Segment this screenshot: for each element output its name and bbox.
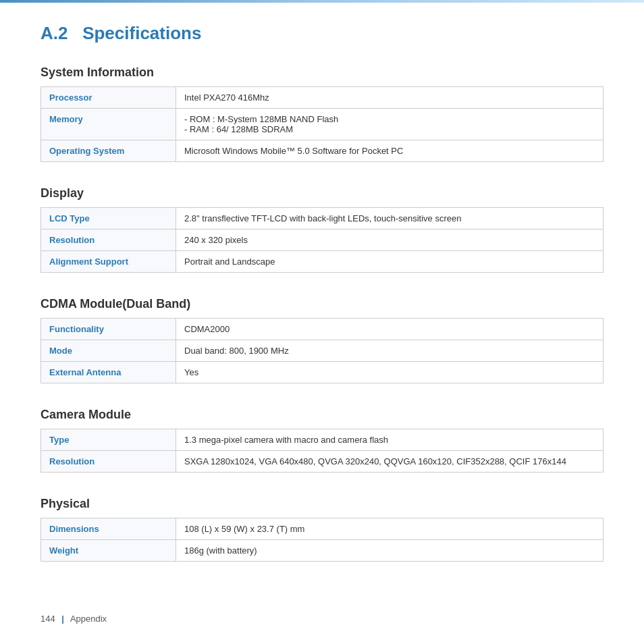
footer-label: Appendix	[70, 614, 107, 624]
row-label-memory: Memory	[41, 109, 176, 140]
row-label-lcd-type: LCD Type	[41, 208, 176, 230]
table-cdma: Functionality CDMA2000 Mode Dual band: 8…	[41, 318, 603, 383]
table-row: Processor Intel PXA270 416Mhz	[41, 87, 603, 109]
table-row: LCD Type 2.8" transflective TFT-LCD with…	[41, 208, 603, 230]
row-value-os: Microsoft Windows Mobile™ 5.0 Software f…	[176, 140, 603, 162]
title-text: Specifications	[82, 23, 201, 43]
footer-page-number: 144	[41, 614, 55, 624]
row-label-external-antenna: External Antenna	[41, 362, 176, 383]
table-camera: Type 1.3 mega-pixel camera with macro an…	[41, 429, 603, 473]
top-border	[0, 0, 644, 3]
page-content: A.2 Specifications System Information Pr…	[0, 3, 644, 626]
row-value-memory: - ROM : M-System 128MB NAND Flash- RAM :…	[176, 109, 603, 140]
table-row: Memory - ROM : M-System 128MB NAND Flash…	[41, 109, 603, 140]
table-row: Dimensions 108 (L) x 59 (W) x 23.7 (T) m…	[41, 518, 603, 540]
section-physical: Physical Dimensions 108 (L) x 59 (W) x 2…	[41, 497, 603, 562]
row-label-alignment-support: Alignment Support	[41, 251, 176, 273]
section-system-information: System Information Processor Intel PXA27…	[41, 65, 603, 162]
table-physical: Dimensions 108 (L) x 59 (W) x 23.7 (T) m…	[41, 518, 603, 562]
table-row: Functionality CDMA2000	[41, 319, 603, 340]
section-cdma-module: CDMA Module(Dual Band) Functionality CDM…	[41, 297, 603, 383]
table-row: Resolution 240 x 320 pixels	[41, 230, 603, 251]
table-display: LCD Type 2.8" transflective TFT-LCD with…	[41, 207, 603, 273]
footer: 144 | Appendix	[41, 614, 107, 624]
section-heading-physical: Physical	[41, 497, 603, 511]
row-label-dimensions: Dimensions	[41, 518, 176, 540]
row-value-processor: Intel PXA270 416Mhz	[176, 87, 603, 109]
row-label-functionality: Functionality	[41, 319, 176, 340]
row-value-alignment-support: Portrait and Landscape	[176, 251, 603, 273]
footer-divider: |	[61, 614, 64, 624]
row-label-weight: Weight	[41, 540, 176, 562]
section-camera-module: Camera Module Type 1.3 mega-pixel camera…	[41, 408, 603, 473]
page-title: A.2 Specifications	[41, 23, 603, 49]
section-heading-cdma: CDMA Module(Dual Band)	[41, 297, 603, 311]
row-value-resolution-display: 240 x 320 pixels	[176, 230, 603, 251]
row-value-weight: 186g (with battery)	[176, 540, 603, 562]
table-row: Mode Dual band: 800, 1900 MHz	[41, 340, 603, 362]
table-row: Type 1.3 mega-pixel camera with macro an…	[41, 429, 603, 451]
table-row: External Antenna Yes	[41, 362, 603, 383]
row-label-resolution-camera: Resolution	[41, 451, 176, 473]
row-value-camera-type: 1.3 mega-pixel camera with macro and cam…	[176, 429, 603, 451]
table-row: Weight 186g (with battery)	[41, 540, 603, 562]
table-system-information: Processor Intel PXA270 416Mhz Memory - R…	[41, 86, 603, 162]
row-label-resolution-display: Resolution	[41, 230, 176, 251]
row-label-mode: Mode	[41, 340, 176, 362]
table-row: Operating System Microsoft Windows Mobil…	[41, 140, 603, 162]
row-value-mode: Dual band: 800, 1900 MHz	[176, 340, 603, 362]
table-row: Resolution SXGA 1280x1024, VGA 640x480, …	[41, 451, 603, 473]
table-row: Alignment Support Portrait and Landscape	[41, 251, 603, 273]
row-value-dimensions: 108 (L) x 59 (W) x 23.7 (T) mm	[176, 518, 603, 540]
row-value-lcd-type: 2.8" transflective TFT-LCD with back-lig…	[176, 208, 603, 230]
section-heading-system-information: System Information	[41, 65, 603, 80]
section-number: A.2	[41, 23, 68, 43]
section-heading-display: Display	[41, 186, 603, 200]
row-label-camera-type: Type	[41, 429, 176, 451]
row-value-external-antenna: Yes	[176, 362, 603, 383]
row-label-processor: Processor	[41, 87, 176, 109]
section-heading-camera: Camera Module	[41, 408, 603, 422]
section-display: Display LCD Type 2.8" transflective TFT-…	[41, 186, 603, 273]
row-label-os: Operating System	[41, 140, 176, 162]
row-value-functionality: CDMA2000	[176, 319, 603, 340]
row-value-resolution-camera: SXGA 1280x1024, VGA 640x480, QVGA 320x24…	[176, 451, 603, 473]
